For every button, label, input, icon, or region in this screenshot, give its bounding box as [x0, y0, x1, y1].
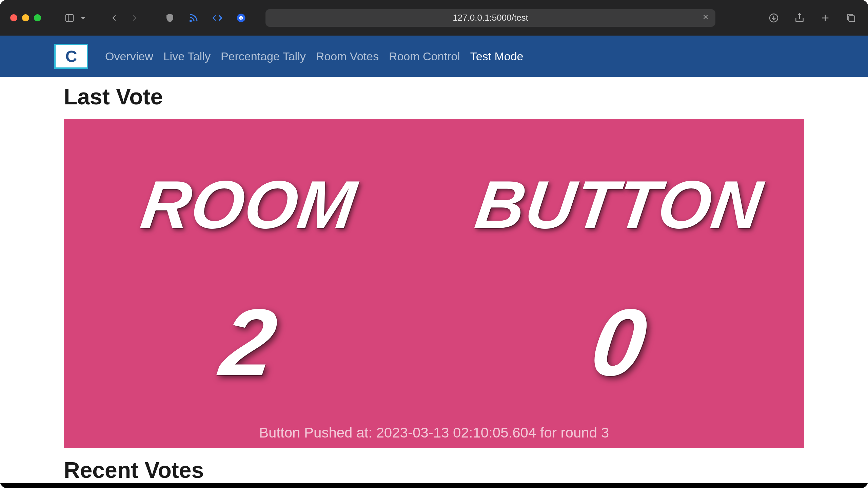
- sidebar-toggle-icon[interactable]: [63, 11, 76, 25]
- back-button-icon[interactable]: [107, 11, 121, 25]
- stop-reload-icon[interactable]: [702, 13, 709, 23]
- share-icon[interactable]: [793, 11, 806, 25]
- window-close-button[interactable]: [10, 14, 17, 21]
- nav-links: Overview Live Tally Percentage Tally Roo…: [105, 50, 524, 63]
- last-vote-heading: Last Vote: [64, 84, 804, 109]
- app-logo[interactable]: C: [54, 44, 88, 69]
- svg-rect-5: [241, 17, 242, 20]
- tab-overview-icon[interactable]: [844, 11, 858, 25]
- forward-button-icon: [128, 11, 141, 25]
- browser-right-controls: [767, 0, 858, 36]
- app-logo-letter: C: [65, 47, 77, 66]
- window-minimize-button[interactable]: [22, 14, 29, 21]
- nav-link-test-mode[interactable]: Test Mode: [470, 50, 524, 63]
- nav-link-room-control[interactable]: Room Control: [389, 50, 460, 63]
- tab-groups-dropdown-icon[interactable]: [76, 11, 90, 25]
- new-tab-icon[interactable]: [818, 11, 832, 25]
- shield-icon[interactable]: [163, 11, 177, 25]
- window-fullscreen-button[interactable]: [34, 14, 41, 21]
- room-value: 2: [216, 295, 282, 390]
- button-value: 0: [586, 295, 652, 390]
- svg-rect-0: [66, 15, 74, 21]
- window-controls: [10, 14, 41, 21]
- main-content: Last Vote ROOM BUTTON 2 0 Button Pushed …: [0, 77, 868, 483]
- url-text: 127.0.0.1:5000/test: [453, 13, 528, 23]
- downloads-icon[interactable]: [767, 11, 781, 25]
- nav-link-room-votes[interactable]: Room Votes: [316, 50, 379, 63]
- push-status-text: Button Pushed at: 2023-03-13 02:10:05.60…: [64, 411, 804, 441]
- browser-toolbar: 127.0.0.1:5000/test: [0, 0, 868, 36]
- nav-link-percentage-tally[interactable]: Percentage Tally: [221, 50, 306, 63]
- svg-point-2: [190, 20, 191, 21]
- nav-link-live-tally[interactable]: Live Tally: [163, 50, 211, 63]
- recent-votes-heading: Recent Votes: [64, 457, 804, 483]
- onepassword-icon[interactable]: [234, 11, 248, 25]
- rss-icon[interactable]: [187, 11, 200, 25]
- app-navbar: C Overview Live Tally Percentage Tally R…: [0, 36, 868, 77]
- nav-link-overview[interactable]: Overview: [105, 50, 153, 63]
- devtools-icon[interactable]: [211, 11, 224, 25]
- button-label: BUTTON: [472, 171, 767, 239]
- url-bar[interactable]: 127.0.0.1:5000/test: [265, 9, 715, 27]
- svg-rect-13: [849, 16, 854, 21]
- last-vote-panel: ROOM BUTTON 2 0 Button Pushed at: 2023-0…: [64, 119, 804, 448]
- room-label: ROOM: [137, 171, 360, 239]
